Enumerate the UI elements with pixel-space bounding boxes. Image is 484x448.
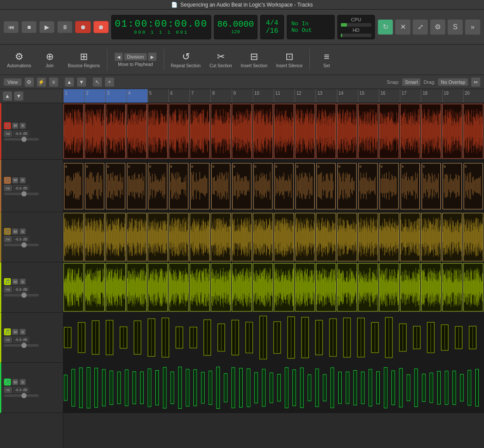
config-icon-button[interactable]: ⚙ bbox=[24, 77, 34, 87]
ruler-collapse-button[interactable]: ▼ bbox=[14, 91, 24, 101]
track-2-solo-button[interactable]: S bbox=[20, 177, 26, 183]
track-5-mute-button[interactable]: M bbox=[12, 329, 18, 335]
bounce-regions-tool[interactable]: ⊞ Bounce Regions bbox=[65, 49, 103, 70]
track-6-fader[interactable] bbox=[4, 394, 39, 397]
track-header-4: 🎵 M S ne -6.6 dB bbox=[0, 262, 63, 313]
track-4-controls: ne -6.6 dB bbox=[4, 286, 60, 293]
snap-select[interactable]: Smart bbox=[402, 78, 421, 86]
track-row-5[interactable] bbox=[63, 313, 484, 363]
cut-section-tool[interactable]: ✂ Cut Section bbox=[206, 49, 236, 70]
set-tool[interactable]: ≡ Set bbox=[313, 49, 340, 70]
nudge-left-button[interactable]: ◀ bbox=[114, 52, 123, 61]
hd-label: HD bbox=[353, 28, 360, 33]
pencil-tool-button[interactable]: + bbox=[105, 77, 114, 87]
play-button[interactable]: ▶ bbox=[39, 21, 55, 33]
midi-icon-button[interactable]: ⚙ bbox=[430, 19, 446, 35]
track-3-fader-row bbox=[4, 244, 60, 246]
track-4-instrument-select[interactable]: ne bbox=[4, 286, 12, 293]
pause-button[interactable]: ⏸ bbox=[57, 21, 72, 33]
track-2-icon: 🎵 bbox=[4, 177, 11, 184]
insert-silence-tool[interactable]: ⊡ Insert Silence bbox=[273, 49, 306, 70]
ruler-mark-16: 16 bbox=[379, 89, 400, 103]
nudge-right-button[interactable]: ▶ bbox=[148, 52, 157, 61]
filter-icon-button[interactable]: ⚡ bbox=[37, 77, 46, 87]
track-3-waveform bbox=[63, 212, 484, 262]
transport-right: ↻ ✕ ⤢ ⚙ S » bbox=[378, 19, 481, 35]
track-3-mute-button[interactable]: M bbox=[12, 228, 18, 234]
track-2-mute-button[interactable]: M bbox=[12, 177, 18, 183]
join-tool[interactable]: ⊕ Join bbox=[37, 49, 63, 70]
loop-button[interactable]: ↻ bbox=[378, 19, 393, 35]
track-5-fader[interactable] bbox=[4, 344, 39, 347]
bpm-display[interactable]: 86.0000 129 bbox=[214, 15, 257, 39]
automations-tool[interactable]: ⚙ Automations bbox=[3, 49, 35, 70]
cursor-tool-button[interactable]: ↖ bbox=[93, 77, 102, 87]
track-2-top-row: 🎵 M S bbox=[4, 177, 60, 184]
track-3-fader[interactable] bbox=[4, 244, 39, 246]
more-button[interactable]: » bbox=[465, 19, 481, 35]
track-2-fader[interactable] bbox=[4, 193, 39, 195]
track-3-instrument-select[interactable]: ne bbox=[4, 236, 12, 242]
ruler-mark-5: 5 bbox=[148, 89, 168, 103]
no-out-label: No Out bbox=[292, 27, 330, 34]
track-1-solo-button[interactable]: S bbox=[20, 123, 26, 129]
track-3-fader-thumb[interactable] bbox=[21, 242, 27, 248]
insert-section-tool[interactable]: ⊟ Insert Section bbox=[237, 49, 271, 70]
track-2-instrument-select[interactable]: ne bbox=[4, 185, 12, 191]
track-1-instrument-select[interactable]: ne bbox=[4, 131, 12, 137]
record2-button[interactable]: ⏺ bbox=[93, 21, 109, 33]
track-5-solo-button[interactable]: S bbox=[20, 329, 26, 335]
collapse-up-button[interactable]: ▲ bbox=[65, 77, 74, 87]
rewind-button[interactable]: ⏮ bbox=[3, 21, 19, 33]
track-5-instrument-select[interactable]: ne bbox=[4, 337, 12, 343]
track-4-top-row: 🎵 M S bbox=[4, 278, 60, 285]
repeat-section-tool[interactable]: ↺ Repeat Section bbox=[168, 49, 204, 70]
track-row-3[interactable] bbox=[63, 212, 484, 262]
track-5-fader-thumb[interactable] bbox=[21, 343, 27, 348]
arrows-icon-button[interactable]: ⤢ bbox=[412, 19, 428, 35]
ruler-settings-button[interactable]: ▲ bbox=[3, 91, 12, 101]
snap-label: Snap: bbox=[387, 79, 399, 85]
view-button[interactable]: View bbox=[3, 78, 22, 86]
track-6-icon: 🎵 bbox=[4, 379, 11, 386]
track-row-4[interactable] bbox=[63, 262, 484, 313]
move-playhead-tool[interactable]: ◀ Division ▶ Move to Playhead bbox=[111, 51, 160, 69]
main-area: ▲ ▼ 🎵 M S ne -6.6 dB 🎵 M bbox=[0, 89, 484, 448]
track-1-fader-thumb[interactable] bbox=[21, 137, 27, 142]
track-row-6[interactable] bbox=[63, 363, 484, 413]
record-button[interactable]: ⏺ bbox=[75, 21, 90, 33]
zoom-button[interactable]: ⇔ bbox=[471, 77, 481, 87]
cancel-icon-button[interactable]: ✕ bbox=[395, 19, 411, 35]
track-4-solo-button[interactable]: S bbox=[20, 279, 26, 285]
track-2-fader-thumb[interactable] bbox=[21, 191, 27, 196]
s-icon-button[interactable]: S bbox=[447, 19, 463, 35]
cut-section-icon: ✂ bbox=[217, 51, 225, 62]
track-4-fader[interactable] bbox=[4, 294, 39, 296]
track-1-icon: 🎵 bbox=[4, 122, 11, 129]
track-6-fader-thumb[interactable] bbox=[21, 393, 27, 398]
hd-bar bbox=[341, 34, 343, 37]
insert-section-label: Insert Section bbox=[241, 63, 268, 68]
collapse-down-button[interactable]: ▼ bbox=[77, 77, 86, 87]
drag-label: Drag: bbox=[423, 79, 435, 85]
list-icon-button[interactable]: ≡ bbox=[49, 77, 58, 87]
track-6-instrument-select[interactable]: ne bbox=[4, 387, 12, 393]
track-3-solo-button[interactable]: S bbox=[20, 228, 26, 234]
track-5-icon: 🎵 bbox=[4, 328, 11, 335]
track-row-1[interactable] bbox=[63, 103, 484, 160]
track-1-fader[interactable] bbox=[4, 138, 39, 141]
time-signature-display[interactable]: 4/4 /16 bbox=[260, 15, 284, 39]
stop-button[interactable]: ■ bbox=[21, 21, 37, 33]
nudge-division-label[interactable]: Division bbox=[124, 53, 147, 61]
track-row-2[interactable] bbox=[63, 160, 484, 212]
repeat-section-label: Repeat Section bbox=[171, 63, 201, 68]
track-6-solo-button[interactable]: S bbox=[20, 379, 26, 385]
track-header-3: 🎵 M S ne -6.6 dB bbox=[0, 212, 63, 262]
track-4-mute-button[interactable]: M bbox=[12, 279, 18, 285]
drag-select[interactable]: No Overlap bbox=[438, 78, 468, 86]
track-1-mute-button[interactable]: M bbox=[12, 123, 18, 129]
ruler-mark-9: 9 bbox=[232, 89, 253, 103]
track-1-waveform bbox=[63, 103, 484, 159]
track-6-mute-button[interactable]: M bbox=[12, 379, 18, 385]
track-4-fader-thumb[interactable] bbox=[21, 293, 27, 298]
